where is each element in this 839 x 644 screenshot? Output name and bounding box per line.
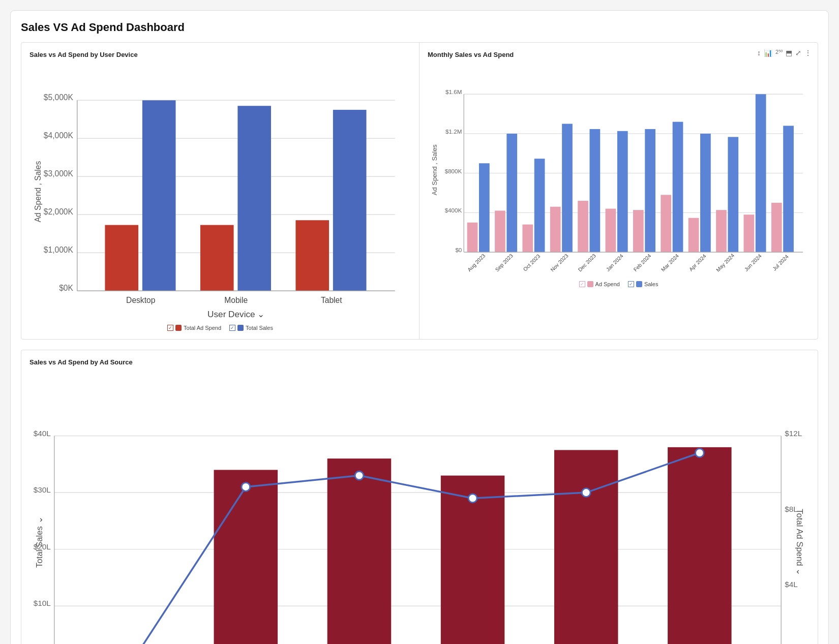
chart1-legend-sales: Total Sales bbox=[229, 325, 273, 331]
chart1-bar-mobile-adspend bbox=[200, 225, 234, 291]
dashboard: Sales VS Ad Spend Dashboard Sales vs Ad … bbox=[10, 10, 829, 644]
svg-text:Aug 2023: Aug 2023 bbox=[466, 253, 486, 272]
svg-text:$12L: $12L bbox=[785, 429, 802, 438]
svg-text:$1.2M: $1.2M bbox=[445, 128, 462, 135]
chart1-legend-adspend: Total Ad Spend bbox=[167, 325, 221, 331]
chart3-point-twitter bbox=[695, 449, 704, 457]
dashboard-title: Sales VS Ad Spend Dashboard bbox=[21, 21, 818, 34]
chart3-svg: Total Sales ⌄ Total Ad Spend ⌄ $0 $10L $… bbox=[29, 372, 810, 644]
bar-oct-sales bbox=[534, 159, 545, 252]
25x-icon[interactable]: 2⁵⁰ bbox=[775, 49, 783, 57]
chart1-legend-adspend-checkbox[interactable] bbox=[167, 325, 173, 331]
chart1-title: Sales vs Ad Spend by User Device bbox=[29, 51, 411, 58]
chart1-bar-mobile-sales bbox=[237, 106, 271, 291]
svg-text:May 2024: May 2024 bbox=[715, 253, 735, 273]
svg-text:Mar 2024: Mar 2024 bbox=[660, 253, 680, 272]
bar-aug-sales bbox=[479, 163, 490, 252]
chart2-adspend-label: Ad Spend bbox=[595, 281, 620, 287]
bar-twitter-adspend bbox=[668, 447, 732, 644]
svg-text:Feb 2024: Feb 2024 bbox=[633, 253, 652, 272]
svg-text:$0: $0 bbox=[455, 247, 462, 253]
bar-jun-adspend bbox=[744, 214, 755, 252]
bar-may-sales bbox=[728, 137, 738, 252]
svg-text:Sep 2023: Sep 2023 bbox=[494, 253, 514, 272]
chart1-legend-sales-checkbox[interactable] bbox=[229, 325, 235, 331]
bar-sep-sales bbox=[506, 134, 517, 252]
bar-google-adspend bbox=[327, 458, 392, 644]
svg-text:$0K: $0K bbox=[59, 284, 73, 292]
svg-text:$40L: $40L bbox=[34, 429, 51, 438]
svg-text:Oct 2023: Oct 2023 bbox=[522, 253, 542, 272]
svg-text:$4L: $4L bbox=[785, 580, 798, 589]
chart3-point-facebook bbox=[242, 483, 250, 492]
expand-icon[interactable]: ⤢ bbox=[795, 49, 801, 57]
svg-text:Nov 2023: Nov 2023 bbox=[550, 253, 570, 272]
export-icon[interactable]: ⬒ bbox=[786, 49, 792, 57]
svg-text:Desktop: Desktop bbox=[126, 296, 156, 304]
chart3-title: Sales vs Ad Spend by Ad Source bbox=[29, 358, 810, 366]
chart1-bar-tablet-adspend bbox=[295, 220, 329, 291]
chart2-legend-sales: Sales bbox=[628, 281, 658, 287]
bar-mar-sales bbox=[673, 122, 683, 252]
svg-text:Jul 2024: Jul 2024 bbox=[771, 254, 790, 272]
svg-text:$1,000K: $1,000K bbox=[44, 246, 74, 254]
chart2-toolbar: ↕ 📊 2⁵⁰ ⬒ ⤢ ⋮ bbox=[757, 49, 812, 57]
chart3-point-google bbox=[355, 471, 364, 480]
sort-icon[interactable]: ↕ bbox=[757, 49, 761, 57]
bar-aug-adspend bbox=[467, 223, 478, 252]
svg-text:Tablet: Tablet bbox=[321, 296, 342, 304]
bar-dec-adspend bbox=[578, 201, 588, 252]
bar-linkedin-adspend bbox=[554, 450, 618, 644]
svg-text:Ad Spend , Sales: Ad Spend , Sales bbox=[431, 144, 438, 195]
chart1-legend-adspend-label: Total Ad Spend bbox=[184, 325, 221, 331]
chart2-adspend-checkbox[interactable] bbox=[579, 281, 585, 287]
svg-text:$800K: $800K bbox=[445, 168, 462, 174]
chart1-legend-adspend-swatch bbox=[175, 325, 182, 331]
bar-mar-adspend bbox=[661, 195, 671, 252]
svg-text:Dec 2023: Dec 2023 bbox=[577, 253, 597, 272]
bar-chart-icon[interactable]: 📊 bbox=[764, 49, 772, 57]
chart2-legend: Ad Spend Sales bbox=[428, 281, 810, 287]
chart1-bar-desktop-sales bbox=[142, 100, 176, 291]
svg-text:$2,000K: $2,000K bbox=[44, 207, 74, 216]
bar-feb-adspend bbox=[633, 210, 644, 252]
bar-feb-sales bbox=[645, 129, 655, 252]
chart1-legend: Total Ad Spend Total Sales bbox=[29, 325, 411, 331]
chart3-point-instagram bbox=[468, 494, 477, 503]
svg-text:$5,000K: $5,000K bbox=[44, 93, 74, 102]
svg-text:$10L: $10L bbox=[34, 599, 51, 607]
bar-sep-adspend bbox=[495, 210, 505, 252]
svg-text:Jun 2024: Jun 2024 bbox=[743, 253, 763, 272]
chart2-svg: Ad Spend , Sales $0 $400K $800K $1.2M $1… bbox=[428, 65, 810, 275]
more-icon[interactable]: ⋮ bbox=[804, 49, 812, 57]
svg-text:$400K: $400K bbox=[445, 207, 462, 213]
bar-facebook-adspend bbox=[214, 470, 278, 644]
chart2-sales-label: Sales bbox=[644, 281, 658, 287]
bar-nov-adspend bbox=[550, 207, 561, 252]
chart1-legend-sales-swatch bbox=[237, 325, 244, 331]
svg-text:Apr 2024: Apr 2024 bbox=[688, 253, 707, 272]
svg-text:$8L: $8L bbox=[785, 505, 798, 513]
chart2-panel: Monthly Sales vs Ad Spend ↕ 📊 2⁵⁰ ⬒ ⤢ ⋮ … bbox=[420, 43, 818, 339]
chart1-panel: Sales vs Ad Spend by User Device Ad Spen… bbox=[21, 43, 420, 339]
chart2-sales-checkbox[interactable] bbox=[628, 281, 634, 287]
svg-text:$20L: $20L bbox=[34, 542, 51, 551]
svg-text:Total Ad Spend ⌄: Total Ad Spend ⌄ bbox=[795, 509, 804, 575]
bar-jul-sales bbox=[783, 126, 794, 252]
bar-may-adspend bbox=[716, 210, 727, 252]
chart2-sales-swatch bbox=[636, 281, 642, 287]
svg-text:$3,000K: $3,000K bbox=[44, 169, 74, 178]
bar-jul-adspend bbox=[771, 203, 782, 252]
bar-apr-adspend bbox=[688, 218, 699, 252]
chart1-y-axis-label: Ad Spend , Sales bbox=[34, 161, 42, 222]
svg-text:Mobile: Mobile bbox=[224, 296, 248, 304]
chart1-bar-tablet-sales bbox=[333, 110, 367, 291]
svg-text:Jan 2024: Jan 2024 bbox=[605, 253, 624, 272]
svg-text:$30L: $30L bbox=[34, 485, 51, 494]
bar-oct-adspend bbox=[522, 225, 533, 252]
bar-dec-sales bbox=[590, 129, 601, 252]
svg-text:$4,000K: $4,000K bbox=[44, 131, 74, 140]
chart3-panel: Sales vs Ad Spend by Ad Source Total Sal… bbox=[21, 350, 818, 644]
bar-jan-adspend bbox=[606, 209, 616, 252]
chart1-legend-sales-label: Total Sales bbox=[246, 325, 273, 331]
